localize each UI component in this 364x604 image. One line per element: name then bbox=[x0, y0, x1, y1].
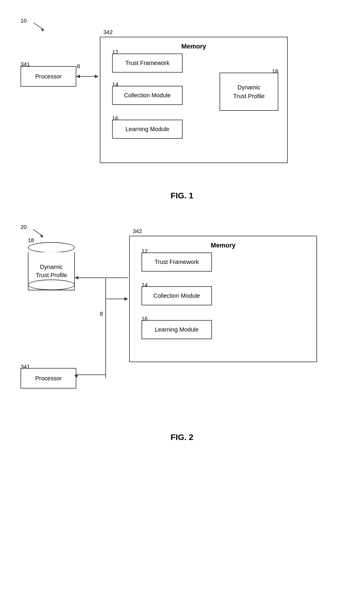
learning-module-box-fig2: Learning Module bbox=[141, 320, 212, 339]
processor-box: Processor bbox=[21, 66, 76, 87]
trust-framework-label-fig2: Trust Framework bbox=[155, 259, 199, 265]
ref-8-fig1: 8 bbox=[77, 63, 80, 70]
ref-20: 20 bbox=[21, 224, 27, 230]
learning-module-label: Learning Module bbox=[126, 126, 169, 133]
fig1-diagram: 10 Processor 341 Memory 342 Trust Framew… bbox=[12, 18, 352, 188]
ref-18-fig2: 18 bbox=[28, 237, 34, 244]
ref-12-fig2: 12 bbox=[141, 248, 148, 255]
ref-342-fig1: 342 bbox=[103, 29, 113, 36]
processor-label-fig2: Processor bbox=[35, 375, 62, 382]
trust-framework-box: Trust Framework bbox=[112, 53, 183, 73]
ref-10: 10 bbox=[21, 18, 27, 24]
memory-box-fig2: Memory 342 Trust Framework 12 Collection… bbox=[129, 236, 317, 362]
memory-title: Memory bbox=[181, 43, 206, 50]
ref-342-fig2: 342 bbox=[133, 228, 142, 235]
fig2-caption: FIG. 2 bbox=[12, 433, 352, 442]
ref-341-fig1: 341 bbox=[21, 61, 30, 68]
cylinder-bottom bbox=[28, 280, 75, 290]
memory-box: Memory 342 Trust Framework 12 Collection… bbox=[100, 37, 288, 163]
svg-line-5 bbox=[33, 229, 43, 236]
ref-16-fig2: 16 bbox=[141, 316, 148, 322]
svg-marker-10 bbox=[124, 297, 128, 301]
svg-marker-6 bbox=[40, 235, 43, 238]
svg-marker-3 bbox=[95, 75, 98, 78]
learning-module-box: Learning Module bbox=[112, 120, 183, 139]
ref-18-fig1: 18 bbox=[272, 68, 278, 75]
svg-marker-8 bbox=[75, 276, 78, 280]
fig1-caption: FIG. 1 bbox=[12, 191, 352, 200]
processor-label: Processor bbox=[35, 73, 62, 80]
collection-module-label: Collection Module bbox=[124, 92, 171, 99]
ref-14-fig2: 14 bbox=[141, 282, 148, 288]
dynamic-trust-cylinder: DynamicTrust Profile bbox=[28, 242, 75, 290]
memory-title-fig2: Memory bbox=[211, 242, 235, 249]
ref-8-fig2: 8 bbox=[100, 311, 103, 317]
svg-marker-1 bbox=[41, 28, 44, 31]
ref-16-fig1: 16 bbox=[112, 115, 118, 122]
trust-framework-label: Trust Framework bbox=[125, 60, 169, 66]
dynamic-trust-box-fig1: DynamicTrust Profile bbox=[220, 73, 278, 111]
processor-box-fig2: Processor bbox=[21, 368, 76, 389]
cylinder-top bbox=[28, 242, 75, 253]
ref-341-fig2: 341 bbox=[21, 364, 30, 370]
svg-line-0 bbox=[34, 23, 44, 30]
cylinder-body: DynamicTrust Profile bbox=[28, 252, 75, 290]
dynamic-trust-label-fig1: DynamicTrust Profile bbox=[233, 83, 264, 101]
trust-framework-box-fig2: Trust Framework bbox=[141, 252, 212, 272]
dynamic-trust-text-fig2: DynamicTrust Profile bbox=[36, 263, 67, 279]
ref-12-fig1: 12 bbox=[112, 49, 118, 56]
fig2-diagram: 20 DynamicTrust Profile 18 Memory 342 Tr… bbox=[12, 224, 352, 430]
page: 10 Processor 341 Memory 342 Trust Framew… bbox=[0, 0, 364, 604]
learning-module-label-fig2: Learning Module bbox=[155, 326, 199, 333]
collection-module-box: Collection Module bbox=[112, 86, 183, 105]
collection-module-label-fig2: Collection Module bbox=[154, 292, 200, 299]
ref-14-fig1: 14 bbox=[112, 81, 118, 88]
collection-module-box-fig2: Collection Module bbox=[141, 286, 212, 305]
svg-marker-4 bbox=[76, 75, 80, 78]
